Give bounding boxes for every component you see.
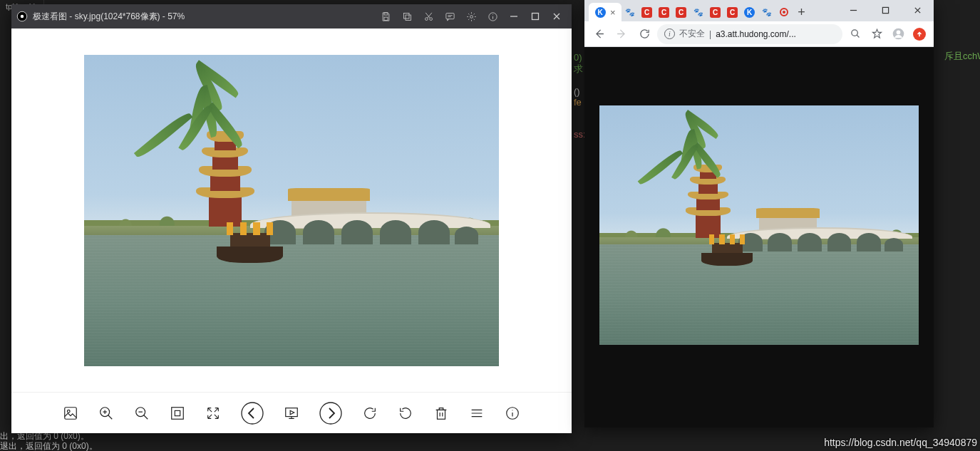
browser-tab[interactable]: 🐾 xyxy=(621,3,639,21)
new-tab-button[interactable]: + xyxy=(793,3,811,21)
gallery-icon[interactable] xyxy=(61,403,81,423)
browser-image xyxy=(599,105,919,345)
viewer-titlebar[interactable]: 极速看图 - sky.jpg(1024*768像素) - 57% xyxy=(11,4,572,28)
svg-rect-16 xyxy=(172,407,184,419)
address-input[interactable]: i 不安全 | a3.att.hudong.com/... xyxy=(657,24,842,44)
svg-point-9 xyxy=(470,15,473,18)
site-info-icon[interactable]: i xyxy=(664,28,675,39)
browser-maximize-button[interactable] xyxy=(870,0,902,20)
info-icon[interactable] xyxy=(482,4,503,28)
close-button[interactable] xyxy=(546,4,567,28)
viewer-toolbar xyxy=(11,392,572,433)
svg-point-13 xyxy=(67,410,70,413)
browser-close-button[interactable] xyxy=(902,0,934,20)
rotate-cw-icon[interactable] xyxy=(360,403,380,423)
favicon-c-icon: C xyxy=(641,6,653,18)
cut-icon[interactable] xyxy=(418,4,439,28)
next-button[interactable] xyxy=(317,400,344,427)
favicon-c-icon: C xyxy=(710,6,721,18)
expand-icon[interactable] xyxy=(203,403,223,423)
svg-rect-4 xyxy=(406,15,411,21)
svg-rect-23 xyxy=(882,7,888,13)
browser-tab[interactable]: C xyxy=(707,3,724,21)
svg-rect-17 xyxy=(175,410,180,415)
minimize-button[interactable] xyxy=(503,4,525,28)
ide-console-output: 出，返回值为 0 (0x0)。 退出，返回值为 0 (0x0)。 xyxy=(0,431,98,451)
browser-tab[interactable]: C xyxy=(656,3,673,21)
zoom-out-icon[interactable] xyxy=(132,403,152,423)
svg-point-1 xyxy=(21,15,24,19)
browser-tab-active[interactable]: K × xyxy=(589,3,621,21)
zoom-in-icon[interactable] xyxy=(96,403,116,423)
favicon-c-icon: C xyxy=(659,6,670,18)
svg-rect-3 xyxy=(384,17,388,20)
prev-button[interactable] xyxy=(239,400,266,427)
svg-rect-19 xyxy=(286,408,298,416)
toolbar-info-icon[interactable] xyxy=(502,403,522,423)
nav-back-button[interactable] xyxy=(589,24,609,44)
svg-point-20 xyxy=(320,403,341,424)
tab-close-icon[interactable]: × xyxy=(610,7,616,18)
favicon-c-icon: C xyxy=(727,6,738,18)
favicon-paw-icon: 🐾 xyxy=(624,6,636,18)
favicon-record-icon xyxy=(778,6,790,18)
viewer-app-icon xyxy=(16,10,29,23)
menu-icon[interactable] xyxy=(467,403,487,423)
settings-icon[interactable] xyxy=(460,4,482,28)
slideshow-icon[interactable] xyxy=(282,403,301,423)
nav-reload-button[interactable] xyxy=(634,24,654,44)
watermark-text: https://blog.csdn.net/qq_34940879 xyxy=(824,437,977,448)
browser-tab[interactable]: 🐾 xyxy=(690,3,707,21)
browser-viewport[interactable] xyxy=(584,47,934,427)
viewer-canvas[interactable] xyxy=(11,28,572,392)
svg-rect-21 xyxy=(438,410,445,419)
browser-tab[interactable]: C xyxy=(639,3,656,21)
fit-icon[interactable] xyxy=(167,403,187,423)
delete-icon[interactable] xyxy=(431,403,451,423)
browser-tab[interactable]: 🐾 xyxy=(758,3,775,21)
browser-tab[interactable]: C xyxy=(673,3,690,21)
security-label: 不安全 xyxy=(679,28,705,40)
favicon-k-icon: K xyxy=(594,6,606,18)
nav-forward-button[interactable] xyxy=(612,24,631,44)
favicon-k-icon: K xyxy=(744,6,755,18)
svg-rect-8 xyxy=(445,13,453,19)
update-badge-icon[interactable] xyxy=(909,24,929,44)
browser-minimize-button[interactable] xyxy=(837,0,870,20)
viewer-image xyxy=(84,55,499,366)
browser-tab[interactable] xyxy=(775,3,793,21)
comment-icon[interactable] xyxy=(439,4,460,28)
image-viewer-window: 极速看图 - sky.jpg(1024*768像素) - 57% xyxy=(11,4,572,433)
favicon-paw-icon: 🐾 xyxy=(761,6,773,18)
maximize-button[interactable] xyxy=(525,4,546,28)
svg-point-26 xyxy=(896,31,900,35)
svg-rect-2 xyxy=(384,12,388,14)
viewer-title: 极速看图 - sky.jpg(1024*768像素) - 57% xyxy=(33,11,185,23)
svg-rect-11 xyxy=(532,14,539,20)
profile-avatar-icon[interactable] xyxy=(888,24,908,44)
favicon-paw-icon: 🐾 xyxy=(693,6,704,18)
save-icon[interactable] xyxy=(375,4,396,28)
rotate-ccw-icon[interactable] xyxy=(396,403,416,423)
browser-tab[interactable]: C xyxy=(724,3,741,21)
browser-window: K × 🐾 C C C 🐾 C C K 🐾 + i 不安全 | a3 xyxy=(584,0,934,427)
favicon-c-icon: C xyxy=(676,6,687,18)
url-text: a3.att.hudong.com/... xyxy=(716,29,796,39)
svg-rect-12 xyxy=(65,407,77,419)
copy-icon[interactable] xyxy=(396,4,418,28)
browser-tab[interactable]: K xyxy=(741,3,758,21)
browser-address-bar: i 不安全 | a3.att.hudong.com/... xyxy=(584,21,934,47)
zoom-indicator-icon[interactable] xyxy=(845,24,865,44)
svg-point-18 xyxy=(242,403,263,424)
svg-rect-5 xyxy=(403,13,409,19)
bookmark-star-icon[interactable] xyxy=(867,24,887,44)
